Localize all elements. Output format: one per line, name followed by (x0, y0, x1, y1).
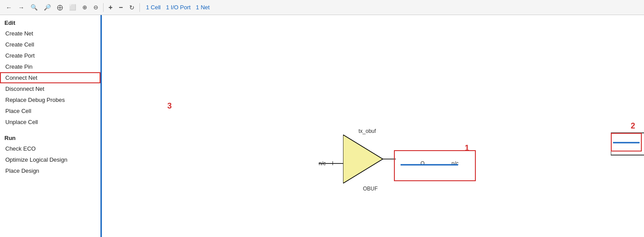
edit-section-header: Edit (0, 17, 100, 28)
snap-button[interactable]: ⊖ (91, 3, 100, 12)
refresh-button[interactable]: ↻ (127, 3, 137, 12)
sidebar-item-unplace-cell[interactable]: Unplace Cell (0, 117, 100, 128)
sidebar-item-create-net[interactable]: Create Net (0, 28, 100, 39)
port-status: 1 I/O Port (166, 4, 191, 11)
main-area: Edit Create Net Create Cell Create Port … (0, 15, 644, 237)
toolbar: ← → 🔍 🔎 ⨁ ⬜ ⊕ ⊖ + − ↻ 1 Cell 1 I/O Port … (0, 0, 644, 15)
select-button[interactable]: ⬜ (67, 3, 78, 12)
status-bar: 1 Cell 1 I/O Port 1 Net (146, 4, 210, 11)
zoom-in-button[interactable]: 🔍 (28, 3, 40, 12)
blue-line-1 (401, 163, 458, 167)
divider2 (139, 3, 140, 12)
sidebar-item-create-port[interactable]: Create Port (0, 50, 100, 61)
sidebar-item-place-design[interactable]: Place Design (0, 165, 100, 176)
sidebar-item-connect-net[interactable]: Connect Net (0, 72, 100, 83)
annotation-2: 2 (631, 121, 635, 131)
cell-status: 1 Cell (146, 4, 161, 11)
divider (103, 3, 104, 12)
annotation-3: 3 (167, 101, 172, 111)
sidebar-item-disconnect-net[interactable]: Disconnect Net (0, 83, 100, 94)
sidebar-item-create-cell[interactable]: Create Cell (0, 39, 100, 50)
sidebar-item-replace-debug-probes[interactable]: Replace Debug Probes (0, 94, 100, 105)
crosshair-button[interactable]: ⊕ (80, 3, 89, 12)
add-button[interactable]: + (106, 2, 115, 13)
sidebar-item-optimize-logical-design[interactable]: Optimize Logical Design (0, 154, 100, 165)
obuf-label: OBUF (363, 186, 378, 192)
run-section-header: Run (0, 132, 100, 143)
forward-button[interactable]: → (16, 3, 27, 12)
output-wire (382, 157, 396, 161)
zoom-out-button[interactable]: 🔎 (42, 3, 53, 12)
sidebar-item-create-pin[interactable]: Create Pin (0, 61, 100, 72)
input-wire (319, 161, 345, 166)
minus-button[interactable]: − (116, 2, 125, 13)
sidebar-item-place-cell[interactable]: Place Cell (0, 105, 100, 117)
annotation-1: 1 (465, 144, 469, 153)
back-button[interactable]: ← (4, 3, 14, 12)
fit-button[interactable]: ⨁ (55, 3, 65, 12)
blue-line-2 (613, 140, 640, 145)
sidebar-item-check-eco[interactable]: Check ECO (0, 143, 100, 154)
canvas-area: 3 n/c I tx_obuf O n/c OBUF (102, 15, 644, 237)
svg-marker-1 (343, 135, 383, 183)
sidebar: Edit Create Net Create Cell Create Port … (0, 15, 102, 237)
tx-obuf-label: tx_obuf (359, 128, 376, 134)
net-status: 1 Net (196, 4, 210, 11)
